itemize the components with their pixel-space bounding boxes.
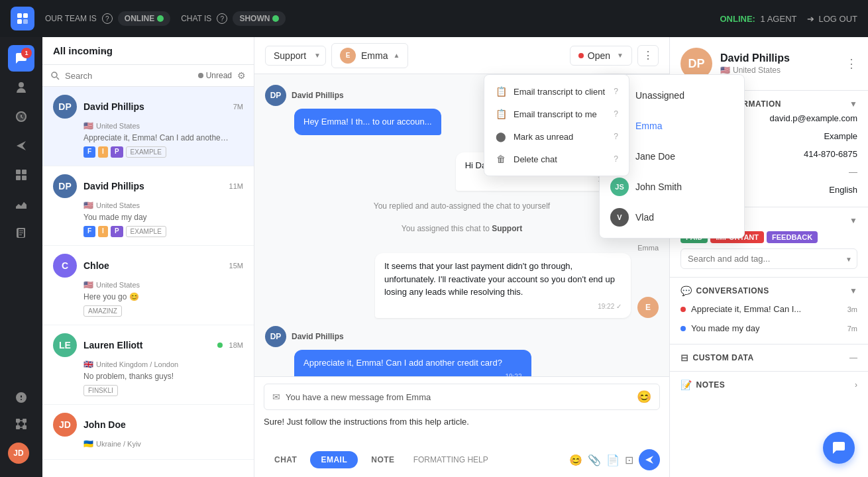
dropdown-avatar-vlad: V <box>610 208 629 227</box>
agent-selector[interactable]: E Emma ▲ <box>331 43 408 68</box>
sidebar-item-messages[interactable]: 1 <box>8 45 34 72</box>
company-value: Example <box>824 131 857 141</box>
svg-line-17 <box>57 78 60 80</box>
context-mark-unread[interactable]: ⬤ Mark as unread ? <box>484 125 629 148</box>
dropdown-johnsmith-label: John Smith <box>635 182 682 192</box>
conversations-title: 💬 CONVERSATIONS <box>680 286 769 296</box>
unread-filter[interactable]: Unread <box>198 71 232 80</box>
conv-item-lauren[interactable]: LE Lauren Elliott 18M 🇬🇧United Kingdom /… <box>42 325 254 405</box>
filter-select[interactable]: All incoming <box>53 45 113 56</box>
conversations-header[interactable]: 💬 CONVERSATIONS ▼ <box>680 286 857 296</box>
email-value: david.p@example.com <box>770 113 857 123</box>
conversations-icon: 💬 <box>680 286 692 296</box>
logout-arrow-icon: ➔ <box>807 14 814 24</box>
settings-icon[interactable]: ⚙ <box>237 70 246 81</box>
conv-mini-time-1: 3m <box>847 305 857 313</box>
logout-button[interactable]: ➔ LOG OUT <box>807 14 857 24</box>
tab-note-button[interactable]: NOTE <box>360 451 405 468</box>
input-icons: 😊 📎 📄 ⊡ <box>569 449 660 470</box>
more-options-button[interactable]: ⋮ <box>637 45 659 66</box>
msg-bubble-dp1: Hey Emma! I th... to our accoun... <box>294 109 441 135</box>
conv-mini-item-2[interactable]: You made my day 7m <box>680 321 857 336</box>
conv-mini-item-1[interactable]: Appreciate it, Emma! Can I... 3m <box>680 301 857 317</box>
message-row-emma2: Emma It seems that your last payment did… <box>265 244 659 318</box>
message-input[interactable]: Sure! Just follow the instructions from … <box>264 415 660 441</box>
svg-rect-1 <box>23 13 28 18</box>
notification-bar: ✉ You have a new message from Emma 😊 <box>264 384 660 410</box>
tab-email-button[interactable]: EMAIL <box>310 451 358 468</box>
sidebar-item-campaigns[interactable] <box>8 132 34 159</box>
context-help-3: ? <box>614 132 618 141</box>
custom-data-title-text: CUSTOM DATA <box>693 353 754 362</box>
chat-status-help[interactable]: ? <box>217 13 227 24</box>
conv-avatar-dp2: DP <box>53 174 77 198</box>
search-input[interactable] <box>65 71 193 81</box>
conversations-section: 💬 CONVERSATIONS ▼ Appreciate it, Emma! C… <box>670 278 868 344</box>
context-email-transcript-client[interactable]: 📋 Email transcript to client ? <box>484 80 629 103</box>
conv-location-lauren: 🇬🇧United Kingdom / London <box>83 360 243 369</box>
conv-name-johndoe: John Doe <box>83 419 237 430</box>
search-icon <box>50 71 60 80</box>
conv-preview-lauren: No problem, thanks guys! <box>83 372 229 381</box>
conv-item-chloe[interactable]: C Chloe 15M 🇺🇸United States Here you go … <box>42 246 254 325</box>
tag-search-arrow: ▼ <box>845 255 852 262</box>
sidebar-item-integrations[interactable] <box>8 411 34 437</box>
team-online-pill: ONLINE <box>118 11 170 26</box>
sidebar-bottom: JD <box>8 384 34 469</box>
fab-chat-button[interactable] <box>823 432 855 464</box>
support-select[interactable]: Support <box>265 46 326 66</box>
notes-header[interactable]: 📝 NOTES › <box>680 380 857 390</box>
dropdown-vlad[interactable]: V Vlad <box>600 202 744 233</box>
svg-rect-2 <box>17 19 22 24</box>
chat-panel: Support ▼ E Emma ▲ Open ▼ ⋮ 👤 <box>254 37 669 477</box>
sidebar-item-history[interactable] <box>8 103 34 130</box>
notes-icon: 📝 <box>680 380 692 390</box>
context-menu: 📋 Email transcript to client ? 📋 Email t… <box>484 74 629 176</box>
conv-avatar-chloe: C <box>53 254 77 278</box>
system-msg-2-text: You assigned this chat to Support <box>402 224 522 233</box>
conv-location-chloe: 🇺🇸United States <box>83 280 243 290</box>
support-select-wrapper[interactable]: Support ▼ <box>265 46 326 66</box>
sidebar-item-knowledge[interactable] <box>8 220 34 246</box>
conv-item-johndoe[interactable]: JD John Doe 🇺🇦Ukraine / Kyiv <box>42 405 254 460</box>
unread-dot <box>198 73 203 78</box>
conv-tags-dp2: F I P EXAMPLE <box>83 226 243 237</box>
context-delete-chat[interactable]: 🗑 Delete chat ? <box>484 148 629 170</box>
sidebar-item-help[interactable] <box>8 384 34 411</box>
tag-search-input[interactable] <box>680 248 857 269</box>
custom-data-header[interactable]: ⊟ CUSTOM DATA — <box>680 352 857 363</box>
filter-select-wrapper[interactable]: All incoming ▼ <box>53 45 113 56</box>
formatting-help-link[interactable]: FORMATTING HELP <box>413 455 488 464</box>
variable-icon[interactable]: ⊡ <box>625 454 633 466</box>
tag-search-wrapper[interactable]: ▼ <box>680 248 857 269</box>
attachment-icon[interactable]: 📎 <box>588 454 601 466</box>
online-label: ONLINE: <box>720 14 755 24</box>
conv-mini-text-2: You made my day <box>691 323 842 333</box>
emoji-icon[interactable]: 😊 <box>569 454 582 466</box>
user-avatar-container[interactable]: JD <box>8 437 34 469</box>
info-country: United States <box>733 66 781 75</box>
send-button[interactable] <box>639 449 660 470</box>
notification-emoji-icon[interactable]: 😊 <box>637 390 651 404</box>
info-more-button[interactable]: ⋮ <box>845 56 857 71</box>
context-email-transcript-me[interactable]: 📋 Email transcript to me ? <box>484 103 629 125</box>
sidebar-item-analytics[interactable] <box>8 191 34 217</box>
custom-data-title: ⊟ CUSTOM DATA <box>680 352 754 363</box>
context-delete-chat-label: Delete chat <box>514 154 557 164</box>
logout-label: LOG OUT <box>818 14 857 24</box>
msg-avatar-dp1: DP <box>265 85 286 106</box>
sidebar-item-layout[interactable] <box>8 162 34 188</box>
context-help-4: ? <box>614 154 618 164</box>
msg-sender-dp1: David Phillips <box>292 91 344 100</box>
conv-item-dp1[interactable]: DP David Phillips 7M 🇺🇸United States App… <box>42 87 254 166</box>
context-email-transcript-me-label: Email transcript to me <box>514 109 597 119</box>
team-status-help[interactable]: ? <box>102 13 113 24</box>
svg-rect-6 <box>16 176 21 180</box>
tab-chat-button[interactable]: CHAT <box>264 451 307 468</box>
article-icon[interactable]: 📄 <box>606 454 620 466</box>
chat-shown-pill: SHOWN <box>233 11 286 26</box>
sidebar-item-contacts[interactable] <box>8 74 34 101</box>
status-open-button[interactable]: Open ▼ <box>570 46 632 66</box>
conv-name-dp1: David Phillips <box>83 101 227 112</box>
conv-item-dp2[interactable]: DP David Phillips 11M 🇺🇸United States Yo… <box>42 166 254 246</box>
